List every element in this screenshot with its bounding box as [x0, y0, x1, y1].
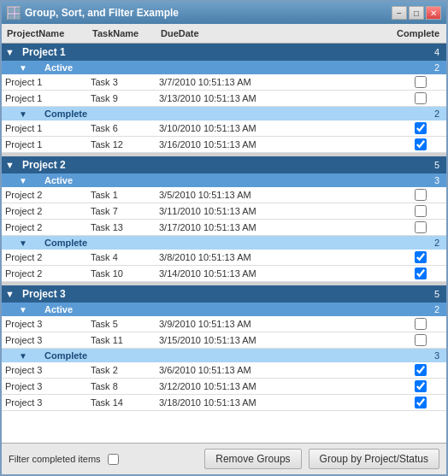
group-chevron-1: ▼	[5, 160, 22, 170]
group-status-button[interactable]: Group by Project/Status	[309, 449, 439, 469]
complete-checkbox[interactable]	[415, 364, 427, 376]
cell-task: Task 7	[87, 203, 156, 219]
cell-empty	[292, 384, 395, 389]
maximize-button[interactable]: □	[409, 6, 424, 20]
cell-empty	[292, 79, 395, 85]
cell-empty	[292, 126, 395, 131]
subgroup-chevron-1-0: ▼	[19, 176, 44, 185]
cell-duedate: 3/7/2010 10:51:13 AM	[156, 74, 292, 90]
complete-checkbox[interactable]	[415, 251, 427, 263]
cell-task: Task 1	[87, 187, 156, 203]
table-row: Project 3 Task 11 3/15/2010 10:51:13 AM	[2, 332, 446, 349]
window-title: Group, Sort, and Filter Example	[25, 7, 179, 19]
subgroup-name-0-0: Active	[44, 62, 434, 73]
cell-task: Task 14	[87, 395, 156, 410]
table-row: Project 3 Task 14 3/18/2010 10:51:13 AM	[2, 395, 446, 411]
cell-empty	[292, 271, 395, 276]
cell-task: Task 5	[87, 316, 156, 332]
complete-checkbox[interactable]	[415, 122, 427, 134]
subgroup-header-1-1[interactable]: ▼ Complete 2	[2, 236, 446, 250]
cell-empty	[292, 367, 395, 373]
subgroup-name-1-0: Active	[44, 175, 434, 185]
cell-complete	[395, 379, 446, 394]
table-row: Project 2 Task 10 3/14/2010 10:51:13 AM	[2, 266, 446, 282]
group-header-2[interactable]: ▼ Project 3 5	[2, 285, 446, 303]
app-icon	[7, 6, 21, 20]
table-row: Project 1 Task 6 3/10/2010 10:51:13 AM	[2, 120, 446, 137]
group-header-1[interactable]: ▼ Project 2 5	[2, 156, 446, 173]
complete-checkbox[interactable]	[415, 267, 427, 279]
cell-complete	[395, 220, 446, 235]
complete-checkbox[interactable]	[415, 138, 427, 150]
cell-task: Task 12	[87, 137, 156, 152]
subgroup-header-2-0[interactable]: ▼ Active 2	[2, 303, 446, 316]
main-window: Group, Sort, and Filter Example − □ ✕ Pr…	[0, 0, 448, 476]
cell-project: Project 1	[2, 91, 87, 106]
subgroup-header-0-1[interactable]: ▼ Complete 2	[2, 107, 446, 120]
table-row: Project 2 Task 4 3/8/2010 10:51:13 AM	[2, 250, 446, 266]
cell-duedate: 3/18/2010 10:51:13 AM	[156, 395, 292, 410]
cell-empty	[292, 142, 395, 147]
cell-complete	[395, 137, 446, 152]
cell-empty	[292, 255, 395, 260]
column-headers: ProjectName TaskName DueDate Complete	[2, 24, 446, 44]
filter-label: Filter completed items	[9, 454, 101, 464]
cell-duedate: 3/11/2010 10:51:13 AM	[156, 203, 292, 219]
cell-complete	[395, 316, 446, 332]
group-chevron-2: ▼	[5, 289, 22, 299]
subgroup-chevron-2-1: ▼	[19, 351, 44, 361]
cell-empty	[292, 338, 395, 343]
title-bar: Group, Sort, and Filter Example − □ ✕	[2, 2, 446, 24]
subgroup-count-1-1: 2	[434, 238, 439, 248]
col-complete: Complete	[393, 26, 445, 40]
cell-task: Task 3	[87, 74, 156, 90]
cell-complete	[395, 91, 446, 106]
group-header-0[interactable]: ▼ Project 1 4	[2, 44, 446, 61]
complete-checkbox[interactable]	[415, 76, 427, 88]
complete-checkbox[interactable]	[415, 221, 427, 233]
col-taskname: TaskName	[89, 26, 157, 40]
cell-project: Project 3	[2, 395, 87, 410]
table-row: Project 1 Task 12 3/16/2010 10:51:13 AM	[2, 137, 446, 153]
table-row: Project 3 Task 5 3/9/2010 10:51:13 AM	[2, 316, 446, 332]
table-row: Project 3 Task 8 3/12/2010 10:51:13 AM	[2, 379, 446, 395]
subgroup-header-1-0[interactable]: ▼ Active 3	[2, 173, 446, 187]
table-row: Project 1 Task 9 3/13/2010 10:51:13 AM	[2, 91, 446, 107]
cell-duedate: 3/16/2010 10:51:13 AM	[156, 137, 292, 152]
subgroup-name-2-1: Complete	[44, 350, 434, 361]
cell-duedate: 3/5/2010 10:51:13 AM	[156, 187, 292, 203]
svg-rect-0	[9, 8, 14, 13]
subgroup-name-0-1: Complete	[44, 109, 434, 119]
subgroup-count-1-0: 3	[434, 175, 439, 185]
subgroup-name-2-0: Active	[44, 304, 434, 314]
subgroup-header-0-0[interactable]: ▼ Active 2	[2, 61, 446, 74]
complete-checkbox[interactable]	[415, 318, 427, 330]
complete-checkbox[interactable]	[415, 397, 427, 408]
filter-checkbox[interactable]	[108, 454, 119, 465]
complete-checkbox[interactable]	[415, 380, 427, 392]
subgroup-header-2-1[interactable]: ▼ Complete 3	[2, 349, 446, 362]
cell-complete	[395, 187, 446, 203]
cell-empty	[292, 321, 395, 326]
title-bar-left: Group, Sort, and Filter Example	[7, 6, 179, 20]
close-button[interactable]: ✕	[426, 6, 441, 20]
cell-complete	[395, 74, 446, 90]
group-name-1: Project 2	[22, 159, 434, 171]
complete-checkbox[interactable]	[415, 92, 427, 104]
cell-project: Project 3	[2, 362, 87, 378]
col-duedate: DueDate	[157, 26, 294, 40]
table-row: Project 3 Task 2 3/6/2010 10:51:13 AM	[2, 362, 446, 379]
remove-groups-button[interactable]: Remove Groups	[204, 449, 301, 469]
cell-duedate: 3/10/2010 10:51:13 AM	[156, 120, 292, 136]
table-row: Project 2 Task 13 3/17/2010 10:51:13 AM	[2, 220, 446, 236]
complete-checkbox[interactable]	[415, 189, 427, 201]
svg-rect-3	[15, 15, 21, 20]
complete-checkbox[interactable]	[415, 334, 427, 346]
minimize-button[interactable]: −	[392, 6, 407, 20]
group-name-2: Project 3	[22, 288, 434, 300]
table-row: Project 1 Task 3 3/7/2010 10:51:13 AM	[2, 74, 446, 91]
title-buttons: − □ ✕	[392, 6, 441, 20]
subgroup-chevron-0-0: ▼	[19, 63, 44, 73]
complete-checkbox[interactable]	[415, 205, 427, 217]
cell-complete	[395, 332, 446, 348]
